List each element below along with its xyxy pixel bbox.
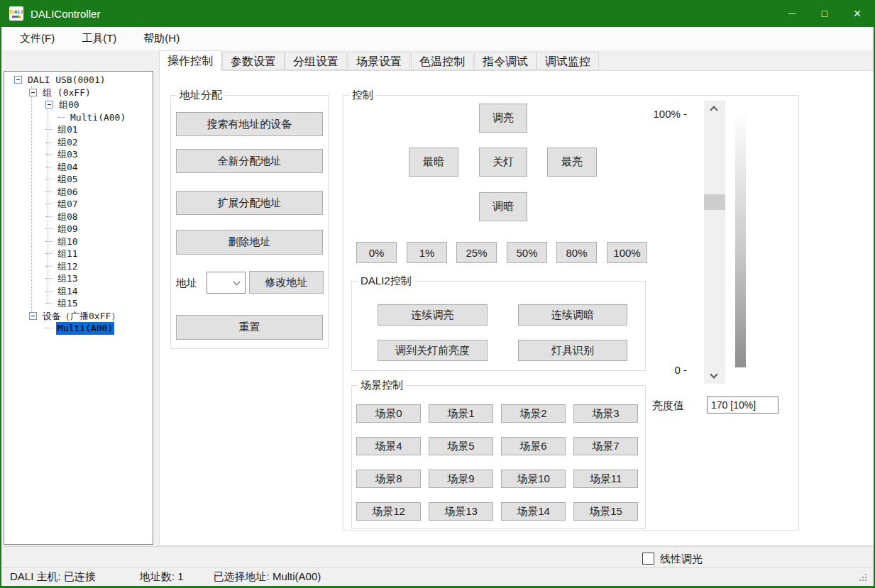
tree-item[interactable]: 组01 [4,123,153,136]
tree-item[interactable]: 组11 [4,248,153,260]
scene-button-9[interactable]: 场景9 [429,470,493,488]
tree-item-label[interactable]: 组14 [56,285,79,298]
tree-item-label[interactable]: 组13 [56,272,79,285]
tab-2[interactable]: 分组设置 [285,52,347,70]
brightness-scrollbar[interactable] [704,101,725,384]
tree-item[interactable]: 组03 [4,148,153,161]
scene-button-4[interactable]: 场景4 [356,437,421,455]
tree-item-label[interactable]: Multi(A00) [69,111,127,124]
tree-item-label[interactable]: 组04 [56,161,79,174]
tree-item-label[interactable]: 组06 [56,186,79,199]
tree-item-label[interactable]: 组07 [56,198,79,211]
lamp-off-button[interactable]: 关灯 [479,148,527,177]
scene-button-13[interactable]: 场景13 [429,502,493,521]
scene-button-0[interactable]: 场景0 [356,404,421,423]
tree-item[interactable]: 组08 [4,211,153,223]
percent-button-1[interactable]: 1% [407,242,447,263]
scroll-up-icon[interactable] [710,106,717,113]
tree-item-label[interactable]: DALI USB(0001) [26,74,107,87]
tree-item-label[interactable]: 组11 [56,248,79,260]
tree-item[interactable]: 组15 [4,297,153,310]
tree-item-label[interactable]: 组00 [57,99,81,111]
tab-5[interactable]: 指令调试 [474,52,536,70]
tree-item-label[interactable]: 组15 [56,297,79,310]
scene-button-3[interactable]: 场景3 [573,404,638,423]
tree-item[interactable]: 组 (0xFF) [4,87,153,99]
scroll-down-icon[interactable] [710,370,717,378]
scene-button-10[interactable]: 场景10 [501,470,566,488]
modify-address-button[interactable]: 修改地址 [249,271,324,294]
tree-item[interactable]: 组04 [4,161,153,174]
tab-3[interactable]: 场景设置 [348,52,410,70]
tab-6[interactable]: 调试监控 [536,52,599,70]
scene-button-5[interactable]: 场景5 [429,437,493,455]
dim-up-button[interactable]: 调亮 [479,104,527,133]
address-combobox[interactable] [207,272,246,294]
scrollbar-thumb[interactable] [704,194,725,210]
min-brightness-button[interactable]: 最暗 [409,148,458,177]
continuous-dim-up-button[interactable]: 连续调亮 [378,304,488,326]
tree-item-label[interactable]: 组10 [56,235,79,248]
linear-dimming-checkbox[interactable] [642,553,654,565]
tree-item[interactable]: 组12 [4,260,153,273]
scene-button-11[interactable]: 场景11 [573,470,638,488]
menu-item-1[interactable]: 工具(T) [72,28,126,50]
tab-1[interactable]: 参数设置 [222,52,285,70]
tree-item[interactable]: Multi(A00) [4,322,153,335]
tree-item[interactable]: 组13 [4,272,153,285]
tree-item[interactable]: 设备（广播0xFF） [4,310,153,323]
menu-item-0[interactable]: 文件(F) [10,28,65,50]
tree-expander-icon[interactable] [14,76,22,84]
tree-item[interactable]: DALI USB(0001) [4,74,153,87]
tree-item-label[interactable]: 组05 [56,173,79,186]
percent-button-80[interactable]: 80% [556,242,597,263]
tree-item[interactable]: 组06 [4,186,153,199]
tree-item[interactable]: 组05 [4,173,153,186]
maximize-button[interactable]: □ [808,0,841,27]
tree-item[interactable]: 组00 [4,99,153,111]
search-addressed-devices-button[interactable]: 搜索有地址的设备 [176,112,323,136]
lamp-identify-button[interactable]: 灯具识别 [518,340,627,361]
minimize-button[interactable]: ─ [776,0,808,27]
tree-item-label[interactable]: 组12 [56,260,79,273]
reset-button[interactable]: 重置 [176,315,323,340]
close-button[interactable]: × [841,0,874,27]
extend-assign-address-button[interactable]: 扩展分配地址 [176,191,323,215]
tree-item[interactable]: 组07 [4,198,153,211]
scene-button-12[interactable]: 场景12 [356,502,421,521]
percent-button-25[interactable]: 25% [456,242,497,263]
max-brightness-button[interactable]: 最亮 [547,148,597,177]
continuous-dim-down-button[interactable]: 连续调暗 [518,304,627,326]
assign-new-address-button[interactable]: 全新分配地址 [176,149,323,173]
tree-item-label[interactable]: 组 (0xFF) [41,87,92,99]
percent-button-50[interactable]: 50% [507,242,547,263]
tree-expander-icon[interactable] [29,312,37,320]
restore-pre-off-brightness-button[interactable]: 调到关灯前亮度 [378,340,488,361]
scene-button-15[interactable]: 场景15 [573,502,638,521]
tab-0[interactable]: 操作控制 [159,50,221,71]
tab-4[interactable]: 色温控制 [411,52,473,70]
scene-button-14[interactable]: 场景14 [501,502,566,521]
tree-item[interactable]: 组09 [4,223,153,235]
scene-button-1[interactable]: 场景1 [429,404,493,423]
tree-expander-icon[interactable] [45,101,53,109]
scene-button-7[interactable]: 场景7 [573,437,638,455]
scene-button-2[interactable]: 场景2 [501,404,566,423]
tree-item[interactable]: 组10 [4,235,153,248]
tree-item-label[interactable]: 设备（广播0xFF） [41,310,121,323]
brightness-value-box[interactable]: 170 [10%] [707,396,778,414]
scene-button-8[interactable]: 场景8 [356,470,421,488]
tree-expander-icon[interactable] [29,89,37,96]
tree-item-label[interactable]: 组09 [56,223,79,235]
tree-item-label[interactable]: 组08 [56,211,79,223]
tree-item[interactable]: 组02 [4,136,153,149]
tree-item[interactable]: 组14 [4,285,153,298]
percent-button-0[interactable]: 0% [356,242,397,263]
tree-item-label[interactable]: 组03 [56,148,79,161]
scene-button-6[interactable]: 场景6 [501,437,566,455]
menu-item-2[interactable]: 帮助(H) [133,28,189,50]
dim-down-button[interactable]: 调暗 [479,192,527,221]
tree-item-label[interactable]: 组02 [56,136,79,149]
tree-item-label-selected[interactable]: Multi(A00) [56,322,114,335]
tree-item[interactable]: Multi(A00) [4,111,153,124]
